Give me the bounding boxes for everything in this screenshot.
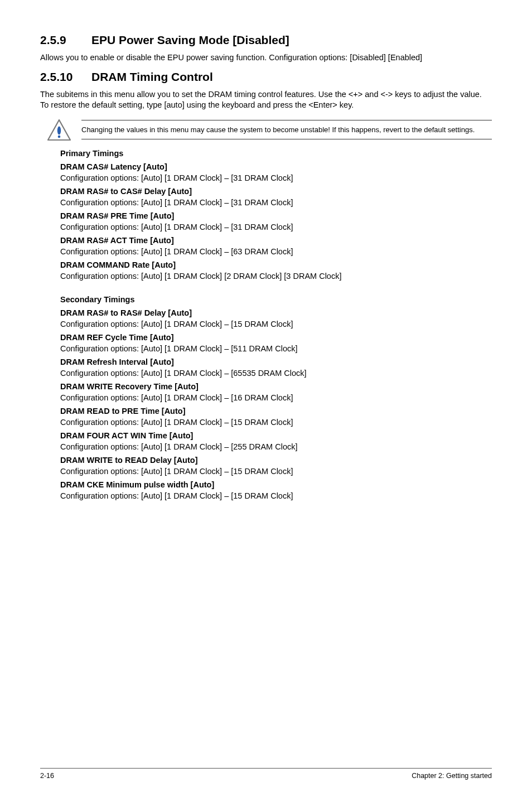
page-number: 2-16 <box>40 772 54 780</box>
setting-config: Configuration options: [Auto] [1 DRAM Cl… <box>60 369 492 378</box>
setting-label: DRAM RAS# PRE Time [Auto] <box>60 211 492 220</box>
setting-config: Configuration options: [Auto] [1 DRAM Cl… <box>60 320 492 328</box>
setting-label: DRAM WRITE Recovery Time [Auto] <box>60 382 492 391</box>
heading-2-5-9: 2.5.9 EPU Power Saving Mode [Disabled] <box>40 33 492 47</box>
page-footer: 2-16 Chapter 2: Getting started <box>40 768 492 780</box>
secondary-timings-block: Secondary Timings DRAM RAS# to RAS# Dela… <box>40 295 492 500</box>
setting-label: DRAM CAS# Latency [Auto] <box>60 162 492 171</box>
svg-point-1 <box>57 126 61 134</box>
section-body: Allows you to enable or disable the EPU … <box>40 52 492 64</box>
setting-label: DRAM FOUR ACT WIN Time [Auto] <box>60 431 492 440</box>
setting-config: Configuration options: [Auto] [1 DRAM Cl… <box>60 393 492 402</box>
setting-label: DRAM RAS# ACT Time [Auto] <box>60 236 492 245</box>
caution-text: Changing the values in this menu may cau… <box>81 125 492 135</box>
setting-label: DRAM RAS# to RAS# Delay [Auto] <box>60 308 492 317</box>
setting-label: DRAM COMMAND Rate [Auto] <box>60 260 492 269</box>
setting-config: Configuration options: [Auto] [1 DRAM Cl… <box>60 344 492 353</box>
heading-number: 2.5.9 <box>40 33 91 47</box>
heading-title: EPU Power Saving Mode [Disabled] <box>91 33 289 47</box>
heading-2-5-10: 2.5.10 DRAM Timing Control <box>40 70 492 84</box>
setting-config: Configuration options: [Auto] [1 DRAM Cl… <box>60 247 492 256</box>
setting-config: Configuration options: [Auto] [1 DRAM Cl… <box>60 442 492 451</box>
setting-label: DRAM Refresh Interval [Auto] <box>60 357 492 366</box>
setting-config: Configuration options: [Auto] [1 DRAM Cl… <box>60 491 492 500</box>
setting-config: Configuration options: [Auto] [1 DRAM Cl… <box>60 418 492 427</box>
caution-icon <box>47 119 71 141</box>
heading-number: 2.5.10 <box>40 70 91 84</box>
setting-label: DRAM READ to PRE Time [Auto] <box>60 407 492 416</box>
setting-config: Configuration options: [Auto] [1 DRAM Cl… <box>60 198 492 207</box>
section-body: The subitems in this menu allow you to s… <box>40 89 492 111</box>
svg-point-2 <box>58 135 61 138</box>
secondary-timings-header: Secondary Timings <box>60 295 492 304</box>
setting-label: DRAM CKE Minimum pulse width [Auto] <box>60 480 492 489</box>
setting-config: Configuration options: [Auto] [1 DRAM Cl… <box>60 272 492 281</box>
setting-config: Configuration options: [Auto] [1 DRAM Cl… <box>60 173 492 182</box>
heading-title: DRAM Timing Control <box>91 70 213 84</box>
setting-label: DRAM WRITE to READ Delay [Auto] <box>60 456 492 465</box>
setting-label: DRAM REF Cycle Time [Auto] <box>60 333 492 342</box>
setting-label: DRAM RAS# to CAS# Delay [Auto] <box>60 187 492 196</box>
caution-callout: Changing the values in this menu may cau… <box>40 119 492 141</box>
setting-config: Configuration options: [Auto] [1 DRAM Cl… <box>60 223 492 231</box>
primary-timings-block: Primary Timings DRAM CAS# Latency [Auto]… <box>40 149 492 281</box>
setting-config: Configuration options: [Auto] [1 DRAM Cl… <box>60 467 492 476</box>
caution-text-wrap: Changing the values in this menu may cau… <box>81 120 492 140</box>
chapter-label: Chapter 2: Getting started <box>412 772 492 780</box>
primary-timings-header: Primary Timings <box>60 149 492 158</box>
